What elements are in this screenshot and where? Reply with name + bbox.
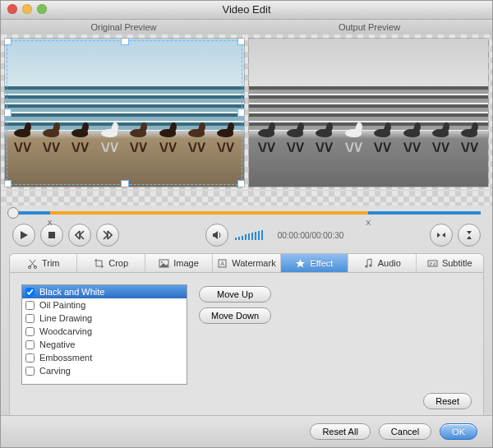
effect-tab-body: Black and WhiteOil PaintingLine DrawingW… <box>10 273 483 388</box>
timeline-range <box>50 211 369 215</box>
playback-controls: 00:00:00/00:00:30 <box>1 220 492 250</box>
effects-list[interactable]: Black and WhiteOil PaintingLine DrawingW… <box>21 284 187 385</box>
playhead-handle[interactable] <box>7 207 19 219</box>
preview-strip <box>1 191 492 206</box>
svg-point-8 <box>369 264 371 266</box>
stop-button[interactable] <box>40 224 63 247</box>
music-note-icon <box>363 258 374 269</box>
timeline[interactable]: X X <box>12 206 481 220</box>
output-preview-label: Output Preview <box>246 20 492 35</box>
play-button[interactable] <box>12 224 35 247</box>
volume-control[interactable]: 00:00:00/00:00:30 <box>205 224 344 247</box>
window-title: Video Edit <box>222 3 270 16</box>
crop-icon <box>94 258 104 269</box>
tab-label: Crop <box>108 258 128 268</box>
effects-list-item[interactable]: Black and White <box>22 285 187 298</box>
tabs-panel: Trim Crop Image AWatermark Effect Audio … <box>9 253 484 418</box>
volume-icon[interactable] <box>205 224 228 247</box>
tab-label: Watermark <box>232 258 275 268</box>
preview-labels: Original Preview Output Preview <box>1 20 492 35</box>
titlebar: Video Edit <box>1 1 492 20</box>
effect-checkbox[interactable] <box>25 340 35 349</box>
cancel-button[interactable]: Cancel <box>379 423 431 440</box>
effects-list-item[interactable]: Negative <box>22 338 187 351</box>
effect-label: Negative <box>39 339 75 349</box>
window-controls <box>7 4 47 14</box>
trim-out-marker[interactable]: X <box>366 219 371 227</box>
svg-text:A: A <box>220 261 224 266</box>
tab-trim[interactable]: Trim <box>10 254 77 272</box>
close-icon[interactable] <box>7 4 17 14</box>
original-preview-label: Original Preview <box>1 20 246 35</box>
tab-label: Subtitle <box>442 258 472 268</box>
prev-keyframe-button[interactable] <box>68 224 91 247</box>
reset-button[interactable]: Reset <box>423 393 472 409</box>
effect-checkbox[interactable] <box>25 314 35 323</box>
flip-vertical-button[interactable] <box>458 224 481 247</box>
image-icon <box>159 258 169 269</box>
svg-point-4 <box>161 261 163 263</box>
effect-checkbox[interactable] <box>25 288 35 297</box>
tab-effect[interactable]: Effect <box>281 254 348 272</box>
effect-label: Oil Painting <box>39 300 85 310</box>
tab-audio[interactable]: Audio <box>348 254 416 272</box>
volume-level[interactable] <box>235 230 263 240</box>
effects-list-item[interactable]: Carving <box>22 364 187 377</box>
svg-point-7 <box>365 265 367 267</box>
minimize-icon[interactable] <box>22 4 32 14</box>
tab-label: Effect <box>310 258 333 268</box>
timecode: 00:00:00/00:00:30 <box>278 231 344 240</box>
tab-image[interactable]: Image <box>145 254 213 272</box>
watermark-icon: A <box>217 258 228 269</box>
svg-rect-0 <box>48 232 55 238</box>
effect-checkbox[interactable] <box>25 327 35 336</box>
ok-button[interactable]: OK <box>440 423 477 440</box>
output-preview-image <box>249 39 488 187</box>
tab-bar: Trim Crop Image AWatermark Effect Audio … <box>10 254 483 273</box>
effects-list-item[interactable]: Line Drawing <box>22 312 187 325</box>
effect-label: Embossment <box>39 353 92 363</box>
effect-checkbox[interactable] <box>25 301 35 310</box>
move-down-button[interactable]: Move Down <box>199 307 271 324</box>
tab-crop[interactable]: Crop <box>77 254 145 272</box>
effect-label: Carving <box>39 366 71 376</box>
tab-watermark[interactable]: AWatermark <box>213 254 280 272</box>
effects-list-item[interactable]: Embossment <box>22 351 187 364</box>
trim-in-marker[interactable]: X <box>48 219 53 227</box>
video-edit-window: Video Edit Original Preview Output Previ… <box>0 0 493 448</box>
reset-all-button[interactable]: Reset All <box>310 423 370 440</box>
preview-area <box>1 35 492 191</box>
scissors-icon <box>27 258 38 269</box>
flip-horizontal-button[interactable] <box>430 224 453 247</box>
star-icon <box>295 258 306 269</box>
subtitle-icon <box>427 258 438 269</box>
effect-label: Line Drawing <box>39 313 92 323</box>
effect-label: Woodcarving <box>39 326 92 336</box>
output-preview <box>248 38 489 187</box>
zoom-icon[interactable] <box>37 4 47 14</box>
dialog-footer: Reset All Cancel OK <box>1 415 492 447</box>
original-preview[interactable] <box>4 38 245 187</box>
tab-subtitle[interactable]: Subtitle <box>417 254 483 272</box>
timeline-tail <box>368 211 481 215</box>
effect-checkbox[interactable] <box>25 367 35 376</box>
effects-list-item[interactable]: Woodcarving <box>22 325 187 338</box>
next-keyframe-button[interactable] <box>96 224 119 247</box>
effects-list-item[interactable]: Oil Painting <box>22 298 187 312</box>
tab-label: Audio <box>378 258 401 268</box>
move-up-button[interactable]: Move Up <box>199 286 271 303</box>
tab-label: Trim <box>42 258 60 268</box>
original-preview-image <box>5 39 244 187</box>
tab-label: Image <box>173 258 199 268</box>
effect-checkbox[interactable] <box>25 353 35 363</box>
effect-label: Black and White <box>39 287 104 297</box>
svg-rect-9 <box>428 261 437 266</box>
